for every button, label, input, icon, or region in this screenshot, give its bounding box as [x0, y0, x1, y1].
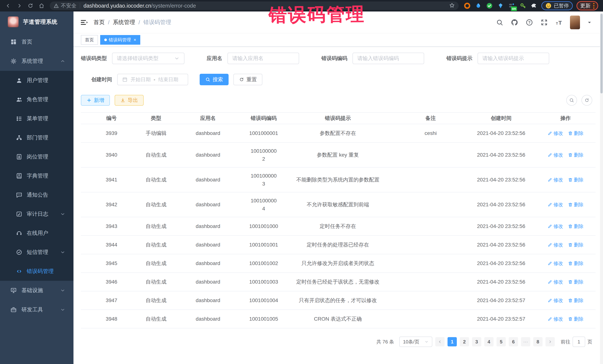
app-logo-row[interactable]: 芋道管理系统 — [0, 11, 73, 32]
back-icon[interactable] — [3, 1, 13, 11]
sidebar-item-7[interactable]: 字典管理 — [0, 166, 73, 185]
error-type-select[interactable]: 请选择错误码类型 — [112, 53, 185, 64]
page-scrollbar[interactable] — [600, 11, 603, 364]
sidebar-item-10[interactable]: 在线用户 — [0, 223, 73, 243]
page-button-5[interactable]: 5 — [497, 337, 506, 346]
delete-link[interactable]: 删除 — [568, 315, 583, 323]
hamburger-icon[interactable] — [80, 18, 88, 26]
help-icon[interactable]: ? — [525, 19, 533, 26]
delete-link[interactable]: 删除 — [568, 223, 583, 230]
fullscreen-icon[interactable] — [540, 19, 548, 26]
security-chip[interactable]: 不安全 — [53, 2, 76, 9]
date-range-picker[interactable]: 开始日期 - 结束日期 — [117, 74, 188, 85]
delete-link[interactable]: 删除 — [568, 297, 583, 304]
error-hint-input[interactable] — [482, 55, 544, 61]
chevron-down-icon[interactable] — [587, 20, 592, 25]
page-button-6[interactable]: 6 — [509, 337, 518, 346]
delete-link[interactable]: 删除 — [568, 278, 583, 286]
edit-link[interactable]: 修改 — [547, 241, 563, 249]
sidebar-item-6[interactable]: 岗位管理 — [0, 147, 73, 166]
pages-ellipsis[interactable]: ··· — [521, 337, 530, 346]
github-icon[interactable] — [510, 19, 518, 26]
page-button-3[interactable]: 3 — [472, 337, 481, 346]
app-name-label: 应用名 — [207, 55, 222, 62]
sidebar-item-1[interactable]: 系统管理 — [0, 52, 73, 71]
search-button[interactable]: 搜索 — [200, 74, 229, 85]
refresh-table-button[interactable] — [581, 95, 592, 106]
edit-link[interactable]: 修改 — [547, 260, 563, 267]
goto-page-input[interactable] — [573, 337, 585, 347]
sidebar-item-3[interactable]: 角色管理 — [0, 90, 73, 109]
sidebar-item-9[interactable]: 审计日志 — [0, 204, 73, 223]
delete-link[interactable]: 删除 — [568, 176, 583, 184]
sidebar-item-12[interactable]: 错误码管理 — [0, 262, 73, 281]
cell-code: 1001001005 — [246, 315, 281, 323]
add-button[interactable]: 新增 — [81, 95, 110, 106]
cell-code: 1001000002 — [246, 147, 281, 163]
sidebar-item-5[interactable]: 部门管理 — [0, 128, 73, 147]
sidebar-item-8[interactable]: 通知公告 — [0, 185, 73, 204]
delete-link[interactable]: 删除 — [568, 151, 583, 159]
edit-link[interactable]: 修改 — [547, 278, 563, 286]
app-name-input[interactable] — [232, 55, 294, 61]
page-size-select[interactable]: 10条/页 — [399, 337, 432, 347]
address-bar[interactable]: 不安全 dashboard.yudao.iocoder.cn/system/er… — [50, 1, 459, 10]
delete-link[interactable]: 删除 — [568, 130, 583, 137]
edit-link[interactable]: 修改 — [547, 297, 563, 304]
sidebar-item-13[interactable]: 基础设施 — [0, 281, 73, 300]
reset-button[interactable]: 重置 — [233, 74, 262, 85]
extension-check-icon[interactable] — [486, 2, 493, 10]
breadcrumb-system[interactable]: 系统管理 — [113, 19, 135, 26]
tag-0[interactable]: 首页 — [81, 35, 98, 45]
prev-page-button[interactable] — [435, 337, 445, 346]
sidebar-item-14[interactable]: 研发工具 — [0, 300, 73, 319]
sidebar-item-11[interactable]: 短信管理 — [0, 243, 73, 262]
extension-key-icon[interactable] — [519, 2, 527, 10]
next-page-button[interactable] — [545, 337, 555, 346]
export-button[interactable]: 导出 — [115, 95, 144, 106]
scrollbar-thumb[interactable] — [600, 14, 603, 93]
sidebar-item-label: 系统管理 — [22, 57, 43, 65]
app-title: 芋道管理系统 — [23, 18, 58, 26]
page-button-8[interactable]: 8 — [533, 337, 543, 346]
toggle-search-button[interactable] — [566, 95, 577, 106]
edit-link[interactable]: 修改 — [547, 176, 563, 184]
extension-paused-chip[interactable]: 已暂停 — [541, 1, 573, 10]
cell-4: 不能删除类型为系统内置的参数配置 — [281, 176, 394, 184]
page-button-2[interactable]: 2 — [460, 337, 469, 346]
user-avatar[interactable] — [570, 16, 580, 29]
forward-icon[interactable] — [14, 1, 24, 11]
browser-update-button[interactable]: 更新 — [577, 1, 598, 10]
edit-link[interactable]: 修改 — [547, 223, 563, 230]
search-icon[interactable] — [496, 19, 504, 26]
sidebar-item-0[interactable]: 首页 — [0, 32, 73, 52]
font-size-icon[interactable]: TT — [555, 19, 563, 26]
cell-6: 2021-04-20 23:52:56 — [467, 200, 535, 209]
extension-grid-icon[interactable]: on — [508, 2, 515, 10]
sidebar-item-4[interactable]: 菜单管理 — [0, 109, 73, 128]
delete-link[interactable]: 删除 — [568, 241, 583, 249]
extension-drop-icon[interactable] — [475, 2, 482, 10]
home-icon[interactable] — [37, 1, 46, 11]
delete-link[interactable]: 删除 — [568, 260, 583, 267]
error-code-input[interactable] — [357, 55, 419, 61]
page-button-4[interactable]: 4 — [484, 337, 494, 346]
edit-link[interactable]: 修改 — [547, 315, 563, 323]
edit-link[interactable]: 修改 — [547, 130, 563, 137]
extension-gem-icon[interactable] — [497, 2, 504, 10]
extensions-puzzle-icon[interactable] — [530, 2, 538, 10]
url-text[interactable]: dashboard.yudao.iocoder.cn/system/error-… — [83, 3, 447, 9]
error-hint-label: 错误码提示 — [446, 55, 472, 62]
breadcrumb-home[interactable]: 首页 — [93, 19, 105, 26]
edit-link[interactable]: 修改 — [547, 201, 563, 208]
edit-link[interactable]: 修改 — [547, 151, 563, 159]
delete-link[interactable]: 删除 — [568, 201, 583, 208]
sidebar-item-2[interactable]: 用户管理 — [0, 71, 73, 90]
tag-1[interactable]: 错误码管理× — [100, 35, 140, 45]
extension-orange-icon[interactable] — [464, 2, 471, 10]
close-icon[interactable]: × — [134, 37, 136, 43]
reload-icon[interactable] — [26, 1, 35, 11]
page-button-1[interactable]: 1 — [448, 337, 457, 346]
browser-menu-icon[interactable] — [593, 3, 594, 9]
bookmark-star-icon[interactable] — [449, 2, 455, 9]
